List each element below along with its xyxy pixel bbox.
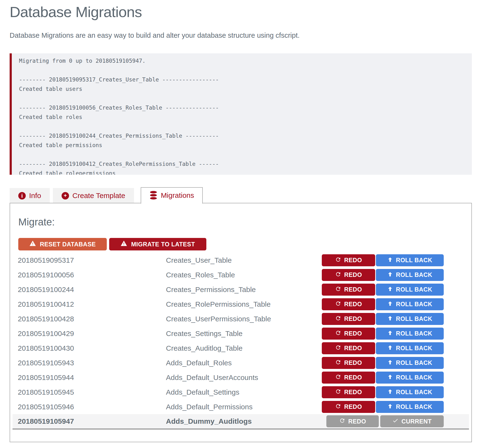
page-title: Database Migrations (10, 3, 472, 20)
redo-label: REDO (348, 418, 366, 425)
redo-label: REDO (344, 257, 362, 264)
redo-button[interactable]: REDO (322, 328, 375, 340)
rollback-label: ROLL BACK (396, 330, 432, 337)
rollback-button[interactable]: ROLL BACK (376, 313, 444, 325)
tab-migrations[interactable]: Migrations (141, 187, 203, 204)
row-actions: REDO ROLL BACK (322, 386, 469, 398)
plus-circle-icon: + (61, 192, 69, 199)
migration-timestamp: 20180519095317 (13, 256, 166, 264)
migrate-heading: Migrate: (18, 216, 469, 228)
rollback-button[interactable]: ROLL BACK (376, 254, 444, 266)
current-label: CURRENT (401, 418, 432, 425)
refresh-icon (335, 359, 341, 367)
row-actions: REDO ROLL BACK (322, 254, 469, 266)
arrow-up-icon (387, 286, 393, 293)
info-circle-icon: i (18, 192, 26, 199)
refresh-icon (339, 418, 345, 425)
migration-name: Creates_RolePermissions_Table (166, 300, 322, 308)
redo-button[interactable]: REDO (326, 415, 379, 427)
table-row: 20180519105944 Adds_Default_UserAccounts… (13, 370, 469, 385)
migration-log-console: Migrating from 0 up to 20180519105947. -… (10, 53, 472, 175)
migration-timestamp: 20180519100244 (13, 286, 166, 294)
rollback-button[interactable]: ROLL BACK (376, 357, 444, 369)
migration-name: Creates_UserPermissions_Table (166, 315, 322, 323)
table-row: 20180519100244 Creates_Permissions_Table… (13, 282, 469, 297)
migration-name: Creates_Permissions_Table (166, 286, 322, 294)
table-row: 20180519105946 Adds_Default_Permissions … (13, 399, 469, 414)
rollback-button[interactable]: ROLL BACK (376, 298, 444, 310)
page-subtitle: Database Migrations are an easy way to b… (10, 31, 472, 39)
redo-label: REDO (344, 374, 362, 381)
redo-button[interactable]: REDO (322, 269, 375, 281)
rollback-button[interactable]: ROLL BACK (376, 328, 444, 340)
redo-button[interactable]: REDO (322, 372, 375, 384)
table-row: 20180519105945 Adds_Default_Settings RED… (13, 385, 469, 399)
arrow-up-icon (387, 359, 393, 367)
rollback-label: ROLL BACK (396, 301, 432, 308)
redo-button[interactable]: REDO (322, 313, 375, 325)
migration-timestamp: 20180519100429 (13, 330, 166, 338)
rollback-button[interactable]: ROLL BACK (376, 372, 444, 384)
migration-name: Creates_User_Table (166, 256, 322, 264)
rollback-button[interactable]: ROLL BACK (376, 284, 444, 296)
table-row: 20180519095317 Creates_User_Table REDO R… (13, 253, 469, 267)
rollback-label: ROLL BACK (396, 374, 432, 381)
row-actions: REDO ROLL BACK (322, 328, 469, 340)
refresh-icon (335, 403, 341, 411)
migration-name: Adds_Default_Permissions (166, 403, 322, 411)
redo-label: REDO (344, 330, 362, 337)
rollback-button[interactable]: ROLL BACK (376, 269, 444, 281)
arrow-up-icon (387, 403, 393, 411)
migration-timestamp: 20180519100412 (13, 300, 166, 308)
migration-name: Creates_Auditlog_Table (166, 344, 322, 352)
migration-name: Creates_Roles_Table (166, 271, 322, 279)
table-row: 20180519100429 Creates_Settings_Table RE… (13, 326, 469, 341)
row-actions: REDO ROLL BACK (322, 284, 469, 296)
redo-label: REDO (344, 403, 362, 410)
row-actions: REDO ROLL BACK (322, 401, 469, 413)
rollback-label: ROLL BACK (396, 345, 432, 352)
table-row: 20180519100428 Creates_UserPermissions_T… (13, 311, 469, 326)
redo-button[interactable]: REDO (322, 254, 375, 266)
current-button[interactable]: CURRENT (380, 415, 444, 427)
redo-button[interactable]: REDO (322, 342, 375, 354)
tab-migrations-label: Migrations (161, 191, 194, 199)
migration-timestamp: 20180519105946 (13, 403, 166, 411)
migration-timestamp: 20180519100430 (13, 344, 166, 352)
redo-button[interactable]: REDO (322, 298, 375, 310)
check-icon (392, 418, 398, 425)
migrate-actions: RESET DATABASE MIGRATE TO LATEST (18, 238, 469, 250)
refresh-icon (335, 315, 341, 323)
migration-timestamp: 20180519105947 (13, 417, 166, 426)
migration-timestamp: 20180519105945 (13, 388, 166, 396)
rollback-button[interactable]: ROLL BACK (376, 342, 444, 354)
migrate-to-latest-button[interactable]: MIGRATE TO LATEST (109, 238, 206, 250)
tab-create-template[interactable]: + Create Template (53, 188, 134, 203)
redo-button[interactable]: REDO (322, 401, 375, 413)
table-row: 20180519100056 Creates_Roles_Table REDO … (13, 267, 469, 282)
migration-timestamp: 20180519100056 (13, 271, 166, 279)
arrow-up-icon (387, 374, 393, 381)
redo-button[interactable]: REDO (322, 284, 375, 296)
tab-info[interactable]: i Info (10, 188, 50, 203)
migration-timestamp: 20180519105944 (13, 374, 166, 382)
rollback-label: ROLL BACK (396, 315, 432, 322)
migration-name: Adds_Default_UserAccounts (166, 374, 322, 382)
rollback-button[interactable]: ROLL BACK (376, 386, 444, 398)
rollback-button[interactable]: ROLL BACK (376, 401, 444, 413)
tab-bar: i Info + Create Template Migrations (10, 187, 472, 203)
row-actions: REDO ROLL BACK (322, 313, 469, 325)
migration-timestamp: 20180519100428 (13, 315, 166, 323)
redo-button[interactable]: REDO (322, 357, 375, 369)
table-row: 20180519100412 Creates_RolePermissions_T… (13, 297, 469, 311)
row-actions: REDO CURRENT (326, 415, 469, 427)
reset-database-button[interactable]: RESET DATABASE (18, 238, 107, 250)
redo-label: REDO (344, 271, 362, 278)
tab-info-label: Info (29, 191, 41, 200)
database-icon (149, 191, 158, 200)
refresh-icon (335, 374, 341, 382)
row-actions: REDO ROLL BACK (322, 269, 469, 281)
refresh-icon (335, 345, 341, 352)
redo-button[interactable]: REDO (322, 386, 375, 398)
table-row: 20180519100430 Creates_Auditlog_Table RE… (13, 341, 469, 355)
